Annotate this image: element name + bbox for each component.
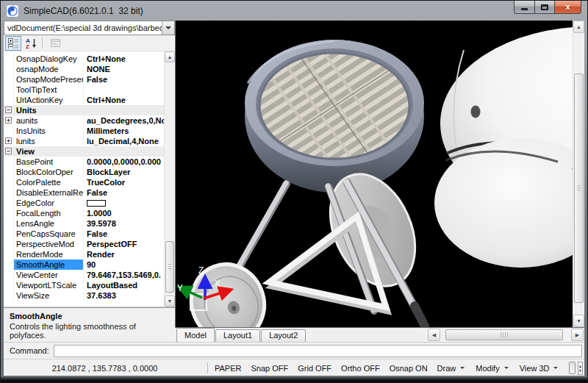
property-value[interactable]: Ctrl+None [84, 95, 164, 105]
property-row-osnapMode[interactable]: osnapModeNONE [4, 64, 164, 74]
property-row-BasePoint[interactable]: BasePoint0.0000,0.0000,0.000 [4, 157, 164, 167]
properties-panel: vdDocument(E:\special 3d drawings\barbec… [4, 21, 175, 342]
spin-down-icon[interactable]: ▼ [578, 368, 582, 373]
property-value[interactable]: 39.5978 [84, 218, 164, 229]
property-row-UrlActionKey[interactable]: UrlActionKeyCtrl+None [4, 95, 164, 105]
scrollbar-track[interactable] [440, 329, 571, 341]
color-swatch[interactable] [87, 200, 106, 207]
property-value[interactable]: False [84, 229, 164, 239]
menu-modify[interactable]: Modify [476, 364, 508, 373]
row-indent [4, 85, 14, 95]
property-row-ColorPalette[interactable]: ColorPaletteTrueColor [4, 177, 164, 187]
property-row-SmoothAngle[interactable]: SmoothAngle90 [4, 259, 164, 270]
scrollbar-thumb[interactable] [165, 241, 174, 293]
command-input[interactable] [54, 345, 582, 357]
property-row-lunits[interactable]: +lunitslu_Decimal,4,None [4, 136, 164, 146]
collapse-icon[interactable]: − [5, 148, 12, 154]
status-toggle-ortho-off[interactable]: Ortho OFF [341, 364, 380, 373]
document-selector-dropdown-button[interactable] [162, 21, 174, 35]
maximize-button[interactable] [534, 1, 555, 14]
window-bottom-frame [1, 376, 587, 382]
property-row-ViewSize[interactable]: ViewSize37.6383 [4, 290, 164, 301]
property-value[interactable]: 79.6467,153.5469,0. [84, 270, 164, 280]
tab-model[interactable]: Model [176, 328, 215, 342]
tab-layout2[interactable]: Layout2 [261, 329, 306, 342]
property-row-EdgeColor[interactable]: EdgeColor [4, 198, 164, 208]
scroll-left-icon[interactable]: ◀ [428, 329, 440, 341]
property-value[interactable]: Ctrl+None [84, 54, 164, 64]
property-row-ToolTipText[interactable]: ToolTipText [4, 85, 164, 95]
menu-view-3d[interactable]: View 3D [520, 364, 559, 373]
property-value[interactable]: 90 [84, 259, 164, 270]
title-bar[interactable]: SimpleCAD(6.6021.0.1 32 bit) x [1, 1, 587, 21]
property-value[interactable]: NONE [84, 64, 164, 74]
row-indent [4, 229, 14, 239]
minimize-button[interactable] [514, 1, 535, 14]
status-toggle-snap-off[interactable]: Snap OFF [251, 364, 288, 373]
property-row-ViewCenter[interactable]: ViewCenter79.6467,153.5469,0. [4, 270, 164, 280]
property-row-OsnapModePreserve[interactable]: OsnapModePreserveFalse [4, 74, 164, 85]
property-name: RenderMode [14, 249, 84, 259]
property-value[interactable]: False [84, 74, 164, 85]
scroll-down-icon[interactable]: ▼ [573, 315, 584, 327]
property-value[interactable]: lu_Decimal,4,None [84, 136, 164, 146]
property-value[interactable] [84, 85, 164, 95]
status-toggle-paper[interactable]: PAPER [215, 364, 241, 373]
categorized-button[interactable] [5, 36, 21, 51]
property-value[interactable]: 1.0000 [84, 208, 164, 218]
alphabetical-sort-button[interactable]: A Z [23, 36, 39, 51]
statusbar-input-box[interactable] [569, 362, 576, 374]
property-row-InsUnits[interactable]: InsUnitsMillimeters [4, 126, 164, 136]
property-value[interactable]: 0.0000,0.0000,0.000 [84, 157, 164, 167]
property-value[interactable]: au_Decdegrees,0,No [84, 115, 164, 126]
app-icon[interactable] [6, 4, 19, 18]
client-area: vdDocument(E:\special 3d drawings\barbec… [4, 21, 584, 376]
collapse-icon[interactable]: − [5, 107, 12, 113]
expand-icon[interactable]: + [5, 117, 12, 124]
property-row-ViewportLTScale[interactable]: ViewportLTScaleLayoutBased [4, 280, 164, 290]
close-button[interactable]: x [554, 1, 581, 14]
viewport-vertical-scrollbar[interactable]: ▲ ▼ [573, 21, 584, 327]
viewport-horizontal-scrollbar[interactable]: ◀ ▶ [428, 329, 584, 341]
property-value[interactable]: 37.6383 [84, 290, 164, 301]
expand-icon[interactable]: + [5, 137, 12, 144]
property-row-OsnapDialogKey[interactable]: OsnapDialogKeyCtrl+None [4, 54, 164, 64]
property-value[interactable]: BlockLayer [84, 167, 164, 177]
scroll-right-icon[interactable]: ▶ [571, 329, 584, 341]
menu-draw[interactable]: Draw [437, 364, 465, 373]
property-value[interactable]: Render [84, 249, 164, 259]
property-name: ColorPalette [14, 177, 84, 187]
application-window: SimpleCAD(6.6021.0.1 32 bit) x vdDocumen… [0, 0, 588, 383]
barbecue-3d-model: Z X Y [176, 21, 573, 327]
property-grid: OsnapDialogKeyCtrl+NoneosnapModeNONEOsna… [4, 51, 175, 307]
property-row-View[interactable]: −View [4, 146, 164, 157]
property-row-RenderMode[interactable]: RenderModeRender [4, 249, 164, 259]
property-value[interactable]: Millimeters [84, 126, 164, 136]
property-row-FocalLength[interactable]: FocalLength1.0000 [4, 208, 164, 218]
tab-layout1[interactable]: Layout1 [215, 329, 260, 342]
property-row-Units[interactable]: −Units [4, 105, 164, 115]
property-value[interactable]: LayoutBased [84, 280, 164, 290]
scroll-down-icon[interactable]: ▼ [165, 296, 175, 307]
property-row-LensAngle[interactable]: LensAngle39.5978 [4, 218, 164, 229]
property-grid-scrollbar[interactable]: ▲ ▼ [164, 51, 175, 307]
scroll-up-icon[interactable]: ▲ [165, 51, 175, 62]
statusbar-spinner[interactable]: ▲▼ [578, 362, 583, 375]
scroll-up-icon[interactable]: ▲ [573, 21, 584, 33]
property-row-PerspectiveMod[interactable]: PerspectiveModPerspectOFF [4, 239, 164, 249]
property-value[interactable]: TrueColor [84, 177, 164, 187]
viewport-canvas[interactable]: Z X Y [175, 21, 573, 327]
status-toggle-grid-off[interactable]: Grid OFF [298, 364, 331, 373]
property-value[interactable]: PerspectOFF [84, 239, 164, 249]
document-selector[interactable]: vdDocument(E:\special 3d drawings\barbec… [4, 21, 175, 35]
property-row-BlockColorOper[interactable]: BlockColorOperBlockLayer [4, 167, 164, 177]
property-row-aunits[interactable]: +aunitsau_Decdegrees,0,No [4, 115, 164, 126]
scrollbar-thumb[interactable] [574, 74, 584, 303]
property-grid-toolbar: A Z [4, 35, 175, 51]
status-toggle-osnap-on[interactable]: Osnap ON [390, 364, 428, 373]
property-value[interactable] [84, 198, 164, 208]
property-value[interactable]: False [84, 187, 164, 198]
property-row-PenCapsSquare[interactable]: PenCapsSquareFalse [4, 229, 164, 239]
scrollbar-thumb[interactable] [445, 329, 563, 340]
property-row-DisableExternalRefer[interactable]: DisableExternalReferFalse [4, 187, 164, 198]
